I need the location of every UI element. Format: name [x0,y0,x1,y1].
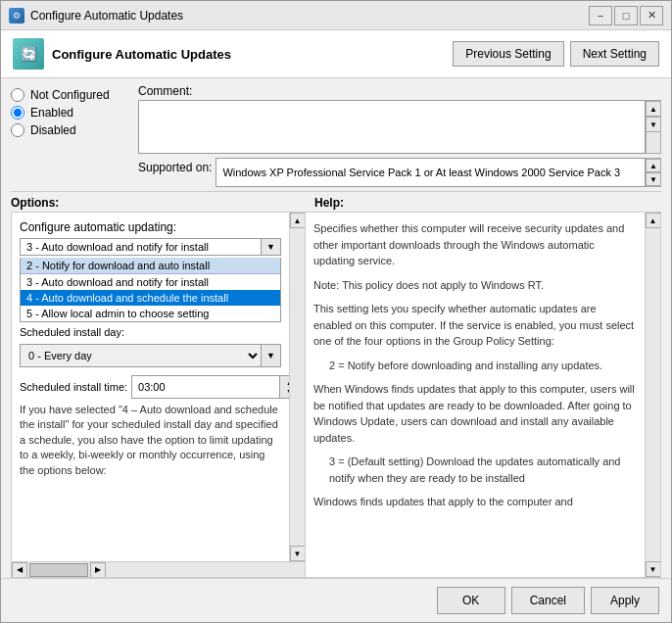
dropdown-item-0[interactable]: 2 - Notify for download and auto install [21,258,280,274]
comment-label: Comment: [138,84,661,98]
enabled-label: Enabled [30,106,73,120]
options-scrollbar: ▲ ▼ [289,213,305,561]
help-para-5: 3 = (Default setting) Download the updat… [329,454,637,486]
title-bar-left: ⚙ Configure Automatic Updates [9,8,183,24]
help-scroll-down[interactable]: ▼ [646,561,661,577]
schedule-day-label: Scheduled install day: [20,326,124,338]
title-bar-controls: − □ ✕ [589,6,663,25]
help-para-4: When Windows finds updates that apply to… [313,381,637,446]
schedule-day-select[interactable]: 0 - Every day [20,344,262,367]
enabled-radio[interactable]: Enabled [11,106,138,120]
options-hscroll-right[interactable]: ▶ [90,562,106,578]
comment-textarea[interactable] [138,100,646,154]
day-dropdown-arrow[interactable]: ▼ [262,344,281,367]
next-setting-button[interactable]: Next Setting [570,41,659,67]
help-scrollbar: ▲ ▼ [645,213,660,577]
configure-label: Configure automatic updating: [20,220,281,234]
comment-scrollbar: ▲ ▼ [646,100,661,154]
supported-label: Supported on: [138,158,212,174]
supported-scrollbar: ▲ ▼ [646,158,661,187]
help-panel-label: Help: [314,196,344,210]
schedule-time-label: Scheduled install time: [20,381,127,393]
scroll-up-arrow[interactable]: ▲ [646,101,661,117]
options-description: If you have selected "4 – Auto download … [20,403,281,478]
previous-setting-button[interactable]: Previous Setting [453,41,563,67]
options-panel-label: Options: [11,196,59,210]
not-configured-label: Not Configured [30,88,110,102]
options-hscrollbar: ◀ ▶ [12,561,305,577]
help-para-6: Windows finds updates that apply to the … [313,494,637,510]
main-window: ⚙ Configure Automatic Updates − □ ✕ 🔄 Co… [0,0,672,623]
header-left: 🔄 Configure Automatic Updates [13,38,231,70]
apply-button[interactable]: Apply [591,587,659,614]
dropdown-selected: 3 - Auto download and notify for install [21,239,261,255]
supported-scroll-down[interactable]: ▼ [646,172,661,186]
help-para-0: Specifies whether this computer will rec… [313,220,637,269]
help-para-3: 2 = Notify before downloading and instal… [329,358,637,374]
footer: OK Cancel Apply [1,578,671,622]
schedule-time-input[interactable] [131,375,280,399]
header-icon: 🔄 [13,38,44,70]
window-icon: ⚙ [9,8,24,24]
header-section: 🔄 Configure Automatic Updates Previous S… [1,30,671,78]
title-bar: ⚙ Configure Automatic Updates − □ ✕ [1,1,671,30]
dropdown-item-1[interactable]: 3 - Auto download and notify for install [21,274,280,290]
maximize-button[interactable]: □ [614,6,638,25]
header-buttons: Previous Setting Next Setting [453,41,659,67]
not-configured-radio[interactable]: Not Configured [11,88,138,102]
header-title: Configure Automatic Updates [52,47,231,62]
help-content: Specifies whether this computer will rec… [306,213,645,577]
disabled-label: Disabled [30,123,76,137]
minimize-button[interactable]: − [589,6,612,25]
dropdown-arrow[interactable]: ▼ [261,239,280,255]
options-scroll-up[interactable]: ▲ [290,213,306,228]
window-title: Configure Automatic Updates [30,9,183,23]
options-scroll-down[interactable]: ▼ [290,546,306,561]
ok-button[interactable]: OK [437,587,505,614]
help-para-2: This setting lets you specify whether au… [313,301,637,350]
scroll-down-arrow[interactable]: ▼ [646,117,661,132]
options-hscroll-thumb[interactable] [29,563,88,577]
time-spinner[interactable]: ▲ ▼ [280,375,289,399]
supported-value: Windows XP Professional Service Pack 1 o… [222,167,620,178]
dropdown-item-2[interactable]: 4 - Auto download and schedule the insta… [21,290,280,306]
options-hscroll-left[interactable]: ◀ [12,562,27,578]
disabled-radio[interactable]: Disabled [11,123,138,137]
close-button[interactable]: ✕ [640,6,663,25]
help-scroll-up[interactable]: ▲ [646,213,661,228]
dropdown-item-3[interactable]: 5 - Allow local admin to choose setting [21,306,280,321]
cancel-button[interactable]: Cancel [511,587,585,614]
help-para-1: Note: This policy does not apply to Wind… [313,277,637,294]
supported-scroll-up[interactable]: ▲ [646,159,661,172]
